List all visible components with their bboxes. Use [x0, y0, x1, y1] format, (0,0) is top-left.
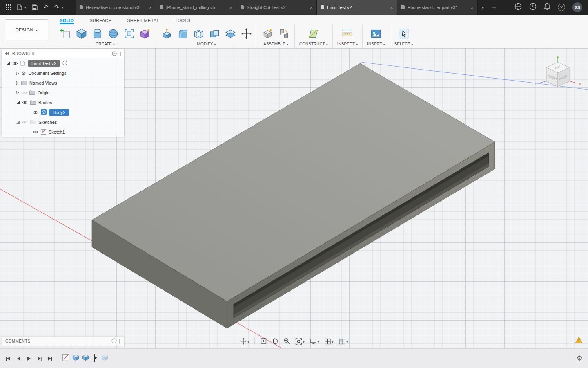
box-icon[interactable]	[75, 27, 87, 40]
shell-icon[interactable]	[192, 27, 205, 40]
browser-item-document-settings[interactable]: ⚙ Document Settings	[2, 68, 124, 78]
item-label[interactable]: Sketch1	[49, 130, 65, 135]
close-icon[interactable]: ×	[470, 5, 474, 10]
tab-tools[interactable]: TOOLS	[175, 18, 191, 24]
browser-item-body2[interactable]: Body2	[2, 108, 124, 117]
save-icon[interactable]	[32, 4, 38, 10]
zoom-icon[interactable]	[283, 338, 290, 344]
viewports-icon[interactable]	[339, 337, 348, 345]
new-tab-button[interactable]: +	[488, 3, 500, 11]
item-label[interactable]: Origin	[38, 90, 49, 95]
fit-icon[interactable]	[295, 337, 304, 345]
create-form-icon[interactable]	[123, 27, 135, 40]
press-pull-icon[interactable]	[160, 27, 173, 40]
create-menu[interactable]: CREATE	[59, 42, 151, 46]
tab-solid[interactable]: SOLID	[60, 18, 74, 24]
warning-icon[interactable]: !	[575, 337, 583, 345]
doc-tab-4-active[interactable]: Limit Test v2 ×	[317, 0, 397, 15]
close-icon[interactable]: ×	[229, 5, 232, 10]
browser-item-sketches[interactable]: Sketches	[2, 117, 124, 127]
orbit-icon[interactable]	[240, 337, 249, 345]
close-icon[interactable]: ×	[310, 5, 313, 10]
avatar[interactable]: SS	[572, 2, 582, 12]
joint-icon[interactable]	[278, 27, 290, 40]
redo-icon[interactable]: ↷	[54, 4, 60, 11]
browser-item-root[interactable]: Limit Test v2	[2, 58, 124, 68]
sphere-icon[interactable]	[107, 27, 119, 40]
job-status-icon[interactable]	[529, 3, 537, 12]
expander-icon[interactable]	[7, 61, 10, 66]
expander-icon[interactable]	[16, 90, 19, 95]
view-cube[interactable]: x z TOP FRONT RIGHT	[533, 56, 582, 95]
tab-surface[interactable]: SURFACE	[89, 18, 111, 24]
eye-icon[interactable]	[22, 101, 28, 105]
close-icon[interactable]: ×	[390, 5, 393, 10]
doc-tab-3[interactable]: Straight Cut Test v2 ×	[236, 0, 317, 15]
panel-scrollbar[interactable]	[120, 52, 121, 56]
activate-component-icon[interactable]	[62, 61, 67, 66]
app-grid-icon[interactable]	[6, 4, 11, 10]
browser-item-bodies[interactable]: Bodies	[2, 98, 124, 108]
timeline-settings-gear-icon[interactable]: ⚙	[577, 355, 583, 362]
file-menu-icon[interactable]	[17, 4, 22, 10]
doc-tab-1[interactable]: Generative i...one stand v3 ×	[76, 0, 156, 15]
panel-scrollbar[interactable]	[119, 339, 120, 344]
close-icon[interactable]: ×	[149, 5, 152, 10]
extensions-icon[interactable]	[514, 3, 522, 12]
eye-icon[interactable]	[33, 110, 38, 114]
help-icon[interactable]: ?	[558, 4, 565, 11]
create-sketch-icon[interactable]	[59, 27, 71, 40]
redo-caret-icon[interactable]: ▾	[62, 6, 63, 9]
eye-icon[interactable]	[33, 130, 38, 134]
go-to-start-icon[interactable]	[5, 356, 11, 361]
item-label[interactable]: Named Views	[29, 81, 57, 85]
measure-icon[interactable]	[341, 27, 354, 40]
expander-icon[interactable]	[16, 120, 20, 125]
cylinder-icon[interactable]	[91, 27, 103, 40]
step-back-icon[interactable]	[16, 356, 21, 361]
tab-sheet-metal[interactable]: SHEET METAL	[127, 18, 159, 24]
new-component-icon[interactable]	[262, 27, 274, 40]
select-icon[interactable]	[398, 27, 410, 40]
doc-tab-2[interactable]: iPhone_stand_milling v5 ×	[156, 0, 236, 15]
extrude-feature-icon[interactable]	[72, 354, 79, 363]
model-body[interactable]	[92, 63, 495, 328]
expander-icon[interactable]	[16, 100, 20, 105]
construction-plane-icon[interactable]	[307, 27, 320, 40]
playhead-marker[interactable]	[93, 354, 97, 364]
grid-snap-icon[interactable]	[325, 337, 334, 345]
select-menu[interactable]: SELECT	[394, 42, 413, 46]
extrude-feature-suppressed-icon[interactable]	[101, 354, 108, 363]
eye-icon[interactable]	[12, 61, 18, 65]
combine-icon[interactable]	[208, 27, 220, 40]
assemble-menu[interactable]: ASSEMBLE	[262, 42, 290, 46]
tab-overflow-icon[interactable]: ▾	[478, 5, 488, 10]
bell-icon[interactable]	[544, 3, 550, 12]
eye-hidden-icon[interactable]	[22, 120, 28, 124]
undo-icon[interactable]: ↶	[43, 4, 49, 11]
go-to-end-icon[interactable]	[47, 356, 53, 361]
offset-face-icon[interactable]	[224, 27, 236, 40]
root-label[interactable]: Limit Test v2	[28, 60, 60, 67]
viewport-canvas[interactable]: BROWSER Limit Test v2 ⚙ Document Setting…	[0, 48, 588, 348]
primitives-icon[interactable]	[139, 27, 151, 40]
inspect-menu[interactable]: INSPECT	[337, 42, 358, 46]
insert-image-icon[interactable]	[370, 27, 382, 40]
collapse-tree-icon[interactable]	[112, 51, 117, 57]
file-caret-icon[interactable]: ▾	[24, 6, 26, 9]
eye-hidden-icon[interactable]	[21, 91, 27, 95]
collapse-panel-icon[interactable]	[5, 52, 9, 56]
step-forward-icon[interactable]	[37, 356, 42, 361]
play-icon[interactable]	[27, 356, 31, 361]
display-settings-icon[interactable]	[310, 337, 319, 345]
workspace-switcher[interactable]: DESIGN	[5, 19, 48, 40]
item-label[interactable]: Document Settings	[29, 71, 67, 76]
item-label[interactable]: Sketches	[38, 120, 57, 125]
body-label[interactable]: Body2	[49, 109, 69, 116]
item-label[interactable]: Bodies	[38, 100, 52, 105]
browser-item-named-views[interactable]: Named Views	[2, 78, 124, 88]
expander-icon[interactable]	[16, 71, 19, 76]
construct-menu[interactable]: CONSTRUCT	[299, 42, 328, 46]
comments-panel[interactable]: COMMENTS	[2, 337, 124, 346]
sketch-feature-icon[interactable]	[62, 354, 69, 363]
